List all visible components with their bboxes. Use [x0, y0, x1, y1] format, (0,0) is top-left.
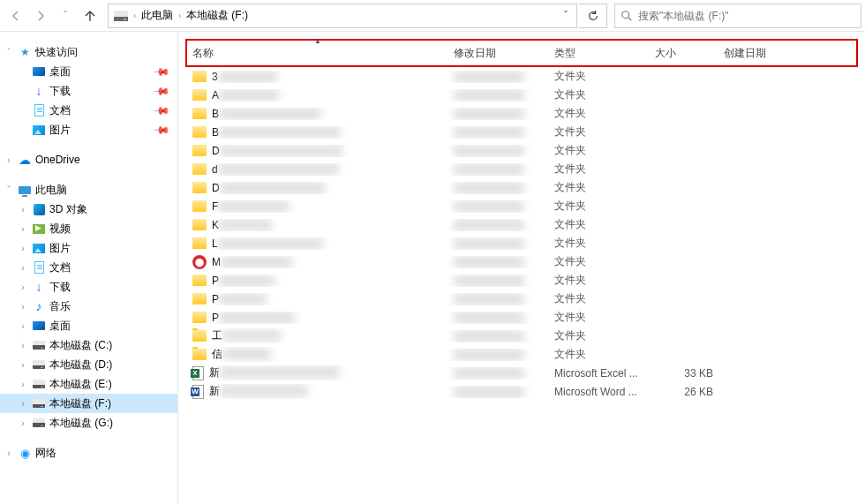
- folder-icon: [192, 182, 207, 193]
- file-row[interactable]: D 文件夹: [187, 141, 856, 160]
- sidebar-documents-pc[interactable]: › 文档: [0, 258, 177, 277]
- chevron-down-icon[interactable]: ˇ: [4, 48, 14, 57]
- file-name-text: 新: [209, 384, 443, 399]
- nav-up-button[interactable]: [78, 4, 102, 28]
- file-name-text: P: [212, 293, 443, 305]
- sidebar-music[interactable]: › 音乐: [0, 297, 177, 316]
- file-row[interactable]: P 文件夹: [187, 271, 856, 290]
- sidebar-pictures[interactable]: 图片 📌: [0, 120, 177, 139]
- sidebar-onedrive[interactable]: › OneDrive: [0, 150, 177, 169]
- file-name-cell: B: [187, 108, 448, 120]
- file-row[interactable]: 新 Microsoft Word ...26 KB: [187, 382, 856, 401]
- sidebar-desktop-pc[interactable]: › 桌面: [0, 316, 177, 335]
- chevron-right-icon[interactable]: ›: [178, 11, 181, 20]
- file-row[interactable]: 信 文件夹: [187, 345, 856, 364]
- chevron-right-icon[interactable]: ›: [4, 448, 14, 458]
- file-type-cell: 文件夹: [549, 143, 650, 158]
- chevron-right-icon[interactable]: ›: [18, 341, 28, 350]
- column-header-name[interactable]: 名称 ▲: [187, 41, 448, 65]
- file-row[interactable]: B 文件夹: [187, 104, 856, 123]
- file-row[interactable]: D 文件夹: [187, 178, 856, 197]
- file-date-cell: [448, 126, 549, 139]
- sidebar-drive-f[interactable]: › 本地磁盘 (F:): [0, 394, 177, 413]
- sidebar-documents[interactable]: 文档 📌: [0, 101, 177, 120]
- file-row[interactable]: B 文件夹: [187, 123, 856, 141]
- column-header-created[interactable]: 创建日期: [718, 41, 856, 65]
- chevron-right-icon[interactable]: ›: [18, 321, 28, 331]
- file-name-text: 新: [209, 365, 443, 380]
- chevron-right-icon[interactable]: ›: [18, 244, 28, 253]
- desktop-icon: [33, 321, 45, 330]
- sidebar-network[interactable]: › 网络: [0, 443, 177, 463]
- content-pane: 名称 ▲ 修改日期 类型 大小 创建日期 3 文件夹A 文件夹B 文件夹B 文件…: [178, 32, 865, 504]
- file-row[interactable]: P 文件夹: [187, 308, 856, 327]
- file-row[interactable]: 3 文件夹: [187, 67, 856, 86]
- file-type-cell: 文件夹: [549, 236, 650, 251]
- column-header-type[interactable]: 类型: [549, 41, 650, 65]
- search-box[interactable]: [614, 4, 861, 28]
- file-row[interactable]: 新 Microsoft Excel ...33 KB: [187, 364, 856, 382]
- nav-forward-button[interactable]: [28, 4, 53, 28]
- chevron-right-icon[interactable]: ›: [18, 399, 28, 409]
- breadcrumb-current[interactable]: 本地磁盘 (F:): [183, 4, 252, 27]
- file-name-cell: 工: [187, 328, 448, 343]
- file-name-cell: D: [187, 182, 448, 194]
- app-icon: ⬤: [192, 255, 207, 269]
- file-name-cell: ⬤M: [187, 255, 448, 269]
- file-row[interactable]: d 文件夹: [187, 160, 856, 178]
- chevron-right-icon[interactable]: ›: [18, 205, 28, 214]
- search-input[interactable]: [638, 10, 855, 22]
- sidebar-videos[interactable]: › 视频: [0, 219, 177, 238]
- sidebar-this-pc[interactable]: ˇ 此电脑: [0, 180, 177, 199]
- chevron-right-icon[interactable]: ›: [18, 302, 28, 312]
- sidebar-3d-objects[interactable]: › 3D 对象: [0, 199, 177, 219]
- address-bar[interactable]: › 此电脑 › 本地磁盘 (F:) ˇ: [108, 4, 577, 28]
- sidebar-drive-e[interactable]: › 本地磁盘 (E:): [0, 374, 177, 394]
- file-name-cell: 3: [187, 71, 448, 83]
- chevron-right-icon[interactable]: ›: [18, 360, 28, 370]
- folder-icon: [192, 219, 207, 230]
- file-type-cell: 文件夹: [549, 69, 650, 84]
- file-row[interactable]: ⬤M 文件夹: [187, 252, 856, 271]
- sidebar-item-label: 本地磁盘 (F:): [49, 396, 177, 411]
- file-row[interactable]: L 文件夹: [187, 234, 856, 252]
- sidebar-drive-d[interactable]: › 本地磁盘 (D:): [0, 355, 177, 374]
- chevron-right-icon[interactable]: ›: [18, 380, 28, 389]
- refresh-button[interactable]: [579, 4, 607, 28]
- chevron-right-icon[interactable]: ›: [18, 418, 28, 428]
- chevron-right-icon[interactable]: ›: [133, 11, 136, 20]
- chevron-down-icon[interactable]: ˇ: [4, 185, 14, 195]
- file-row[interactable]: K 文件夹: [187, 215, 856, 234]
- sidebar-item-label: 本地磁盘 (C:): [49, 338, 177, 353]
- address-dropdown-icon[interactable]: ˇ: [557, 10, 575, 22]
- sidebar-downloads[interactable]: 下载 📌: [0, 81, 177, 101]
- sidebar-item-label: 桌面: [49, 319, 177, 334]
- chevron-right-icon[interactable]: ›: [18, 282, 28, 292]
- column-header-date[interactable]: 修改日期: [448, 41, 549, 65]
- sidebar-downloads-pc[interactable]: › 下载: [0, 277, 177, 297]
- file-row[interactable]: P 文件夹: [187, 290, 856, 308]
- nav-back-button[interactable]: [4, 4, 28, 28]
- chevron-right-icon[interactable]: ›: [4, 155, 14, 165]
- chevron-right-icon[interactable]: ›: [18, 263, 28, 273]
- file-date-cell: [448, 145, 549, 157]
- chevron-right-icon[interactable]: ›: [18, 224, 28, 234]
- file-list[interactable]: 3 文件夹A 文件夹B 文件夹B 文件夹D 文件夹d 文件夹D 文件夹F 文件夹…: [178, 67, 865, 504]
- file-type-cell: Microsoft Excel ...: [549, 367, 650, 380]
- file-name-cell: P: [187, 312, 448, 324]
- breadcrumb-this-pc[interactable]: 此电脑: [138, 4, 177, 27]
- file-type-cell: 文件夹: [549, 328, 650, 343]
- file-type-cell: 文件夹: [549, 273, 650, 288]
- file-type-cell: 文件夹: [549, 162, 650, 177]
- sidebar-desktop[interactable]: 桌面 📌: [0, 62, 177, 81]
- sidebar-pictures-pc[interactable]: › 图片: [0, 238, 177, 258]
- file-row[interactable]: F 文件夹: [187, 197, 856, 215]
- column-headers-highlight: 名称 ▲ 修改日期 类型 大小 创建日期: [185, 39, 858, 67]
- column-header-size[interactable]: 大小: [650, 41, 718, 65]
- sidebar-drive-g[interactable]: › 本地磁盘 (G:): [0, 413, 177, 433]
- file-row[interactable]: 工 文件夹: [187, 327, 856, 345]
- sidebar-drive-c[interactable]: › 本地磁盘 (C:): [0, 335, 177, 355]
- sidebar-quick-access[interactable]: ˇ 快速访问: [0, 42, 177, 62]
- file-row[interactable]: A 文件夹: [187, 86, 856, 104]
- nav-recent-dropdown[interactable]: ˇ: [53, 4, 78, 28]
